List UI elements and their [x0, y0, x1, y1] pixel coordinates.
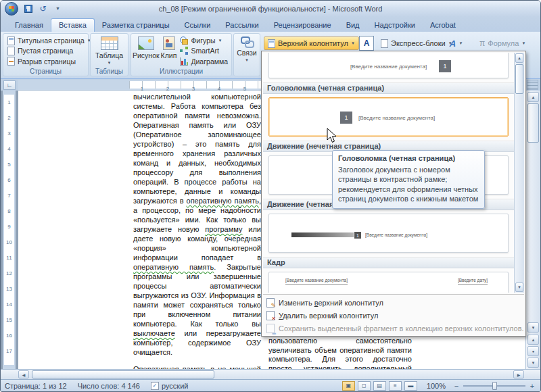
outline-view-button[interactable]: ≡ — [389, 381, 402, 391]
quick-parts-button[interactable]: Экспресс-блоки ▼ — [377, 36, 456, 50]
wordart-button[interactable]: А ▼ — [446, 36, 467, 50]
blank-page-icon — [7, 47, 15, 55]
save-icon — [24, 5, 32, 13]
tab-selector-button[interactable]: ∟ — [3, 80, 16, 90]
gallery-item-puzzle-even[interactable]: 1 [Введите название документа] — [268, 97, 509, 137]
tab-mailings[interactable]: Рассылки — [218, 18, 266, 32]
wordart-icon: А — [449, 39, 456, 49]
tab-review[interactable]: Рецензирование — [266, 18, 339, 32]
tab-addins[interactable]: Надстройки — [367, 18, 423, 32]
previous-page-button[interactable]: ▲ — [527, 335, 539, 345]
page-break-button[interactable]: Разрыв страницы — [5, 57, 87, 66]
horizontal-scrollbar[interactable]: ◀ ▶ — [1, 369, 540, 379]
links-icon — [241, 36, 253, 47]
zoom-out-button[interactable]: − — [452, 382, 461, 390]
tab-references[interactable]: Ссылки — [177, 18, 218, 32]
menu-item-label: Сохранить выделенный фрагмент в коллекци… — [279, 324, 524, 333]
ruler-number: 14 — [4, 297, 14, 312]
scroll-right-button[interactable]: ▶ — [513, 370, 524, 378]
scroll-left-button[interactable]: ◀ — [18, 370, 29, 378]
fullscreen-reading-view-button[interactable]: ◻ — [358, 381, 371, 391]
proofing-status-icon[interactable]: ✓ — [151, 382, 159, 390]
table-button[interactable]: Таблица ▼ — [93, 34, 125, 69]
page-indicator[interactable]: Страница: 1 из 12 — [5, 382, 67, 390]
draft-view-button[interactable]: ▬ — [404, 381, 417, 391]
smartart-button[interactable]: SmartArt — [178, 46, 230, 55]
vertical-scrollbar[interactable]: ▲ ▼ ▲ ● ▼ — [525, 91, 540, 369]
header-button[interactable]: Верхний колонтитул ▼ — [264, 36, 359, 50]
zoom-level-button[interactable]: 100% — [427, 382, 446, 390]
gallery-item-frame[interactable]: [Введите название документа] [Введите да… — [268, 272, 509, 293]
ruler-toggle-button[interactable] — [527, 80, 538, 90]
smartart-icon — [180, 47, 188, 55]
picture-button[interactable]: Рисунок — [133, 34, 160, 69]
page-number-box: 1 — [354, 232, 361, 239]
ruler-number: 12 — [4, 266, 14, 281]
gallery-item-puzzle-odd[interactable]: [Введите название документа] 1 — [268, 53, 509, 78]
tab-page-layout[interactable]: Разметка страницы — [95, 18, 177, 32]
chevron-down-icon: ▼ — [108, 61, 112, 65]
double-down-icon: ▼ — [532, 361, 536, 365]
print-layout-view-button[interactable]: ▣ — [342, 381, 355, 391]
language-indicator[interactable]: русский — [162, 382, 188, 390]
select-browse-object-button[interactable]: ● — [527, 346, 539, 356]
tab-view[interactable]: Вид — [339, 18, 367, 32]
save-selection-menu-item[interactable]: Сохранить выделенный фрагмент в коллекци… — [263, 322, 524, 335]
office-button[interactable] — [5, 2, 18, 16]
qat-dropdown-button[interactable]: ▼ — [52, 3, 64, 14]
web-layout-view-button[interactable]: ▤ — [373, 381, 386, 391]
blank-page-button[interactable]: Пустая страница — [5, 46, 87, 55]
tab-acrobat[interactable]: Acrobat — [423, 18, 463, 32]
next-page-button[interactable]: ▼ — [527, 358, 539, 368]
gallery-scroll-down-button[interactable]: ▼ — [515, 283, 523, 292]
vertical-scroll-thumb[interactable] — [527, 103, 539, 143]
clipart-button[interactable]: Клип — [160, 34, 179, 69]
undo-button[interactable]: ↺ — [37, 3, 49, 14]
shapes-button[interactable]: Фигуры ▼ — [178, 36, 230, 45]
ruler-number: 8 — [4, 203, 14, 219]
document-right-column: пользователю самостоятельно увеличивать … — [268, 337, 412, 369]
edit-header-menu-item[interactable]: Изменить верхний колонтитул — [263, 296, 524, 309]
paragraph: вычислительной компьютерной системы. Раб… — [133, 92, 261, 357]
ruler-number: 3 — [4, 126, 14, 141]
chevron-down-icon: ▼ — [351, 41, 355, 45]
scroll-up-button[interactable]: ▲ — [527, 92, 539, 102]
horizontal-scroll-thumb[interactable] — [32, 370, 214, 378]
picture-label: Рисунок — [133, 51, 160, 59]
paragraph: Оперативная память в не меньшей степени,… — [133, 364, 261, 369]
clipart-icon — [163, 36, 175, 50]
formula-button[interactable]: π Формула ▼ — [476, 36, 529, 50]
up-arrow-icon: ▲ — [517, 56, 521, 60]
word-count[interactable]: Число слов: 4 146 — [78, 382, 140, 390]
tab-insert[interactable]: Вставка — [51, 18, 95, 32]
tooltip-title: Головоломка (четная страница) — [338, 154, 479, 162]
page-break-icon — [7, 57, 15, 66]
page-number-box: 1 — [439, 60, 451, 72]
cover-page-button[interactable]: Титульная страница ▼ — [5, 36, 87, 45]
ruler-number: 7 — [4, 188, 14, 203]
chart-button[interactable]: Диаграмма — [178, 57, 230, 66]
zoom-slider-thumb[interactable] — [492, 382, 497, 390]
textbox-button[interactable]: А — [359, 36, 374, 51]
gallery-section-header: Головоломка (четная страница) — [263, 82, 514, 94]
chevron-down-icon: ▼ — [245, 58, 249, 62]
gallery-scrollbar[interactable]: ▲ ▼ — [514, 53, 524, 293]
zoom-in-button[interactable]: + — [528, 382, 536, 390]
gallery-item-motion-even[interactable]: 1 [Введите название документа] — [268, 214, 509, 253]
tab-home[interactable]: Главная — [7, 18, 51, 32]
ribbon-group-links: Связи ▼ — [233, 33, 260, 76]
gallery-scroll-thumb[interactable] — [515, 64, 523, 94]
cursor-arrow-icon — [326, 128, 337, 144]
up-arrow-icon: ▲ — [532, 95, 536, 99]
save-button[interactable] — [22, 3, 34, 14]
vertical-ruler[interactable]: 1234567891011121314151617 — [3, 91, 16, 369]
links-button[interactable]: Связи ▼ — [235, 34, 258, 69]
table-icon — [101, 36, 118, 50]
group-label-tables: Таблицы — [91, 68, 128, 75]
remove-header-menu-item[interactable]: Удалить верхний колонтитул — [263, 309, 524, 322]
gallery-scroll-up-button[interactable]: ▲ — [515, 53, 523, 63]
remove-header-icon — [266, 311, 275, 320]
scroll-down-button[interactable]: ▼ — [527, 322, 539, 333]
zoom-slider[interactable] — [463, 382, 525, 390]
gallery-section-header: Кадр — [263, 257, 514, 268]
